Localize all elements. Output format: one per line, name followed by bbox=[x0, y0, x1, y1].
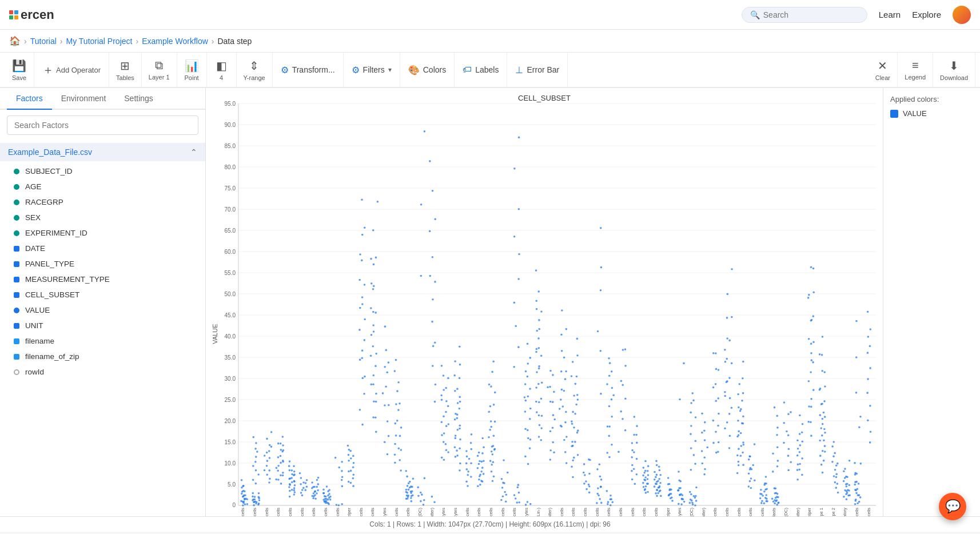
svg-point-514 bbox=[491, 445, 493, 448]
tab-factors[interactable]: Factors bbox=[7, 88, 52, 110]
breadcrumb-project[interactable]: My Tutorial Project bbox=[66, 37, 133, 46]
filters-button[interactable]: ⚙ Filters ▾ bbox=[344, 53, 400, 87]
svg-point-145 bbox=[252, 496, 254, 498]
svg-point-441 bbox=[447, 451, 449, 453]
colors-button[interactable]: 🎨 Colors bbox=[400, 53, 455, 87]
svg-point-552 bbox=[518, 137, 520, 139]
layer1-button[interactable]: ⧉ Layer 1 bbox=[142, 53, 177, 87]
search-box[interactable]: 🔍 bbox=[742, 7, 867, 23]
errorbar-button[interactable]: ⊥ Error Bar bbox=[507, 53, 568, 87]
svg-point-1041 bbox=[812, 292, 815, 294]
svg-point-265 bbox=[326, 485, 328, 488]
svg-text:Dendritic cells (Lin-): Dendritic cells (Lin-) bbox=[536, 508, 541, 516]
svg-point-264 bbox=[327, 490, 329, 492]
factor-item[interactable]: RACEGRP bbox=[0, 194, 205, 210]
clear-button[interactable]: ✕ Clear bbox=[868, 53, 898, 87]
num4-button[interactable]: ◧ 4 bbox=[207, 53, 237, 87]
factor-item[interactable]: SEX bbox=[0, 210, 205, 225]
factor-item[interactable]: MEASUREMENT_TYPE bbox=[0, 272, 205, 287]
yrange-button[interactable]: ⇕ Y-range bbox=[237, 53, 273, 87]
svg-text:Average Lymphocytes: Average Lymphocytes bbox=[382, 508, 387, 516]
factor-item[interactable]: VALUE bbox=[0, 302, 205, 318]
svg-text:T follicular regulatory: T follicular regulatory bbox=[842, 508, 847, 516]
svg-text:Average CD8+ T cells: Average CD8+ T cells bbox=[370, 508, 375, 516]
svg-point-634 bbox=[564, 378, 567, 380]
logo[interactable]: ercen bbox=[9, 7, 54, 22]
factor-item[interactable]: EXPERIMENT_ID bbox=[0, 225, 205, 241]
factor-item[interactable]: rowId bbox=[0, 364, 205, 380]
color-swatch bbox=[890, 110, 898, 118]
home-icon[interactable]: 🏠 bbox=[9, 35, 21, 46]
breadcrumb-workflow[interactable]: Example Workflow bbox=[142, 37, 208, 46]
search-input[interactable] bbox=[763, 10, 859, 19]
svg-point-1142 bbox=[869, 405, 871, 407]
svg-point-929 bbox=[738, 434, 740, 436]
explore-link[interactable]: Explore bbox=[912, 10, 941, 19]
svg-point-418 bbox=[429, 230, 431, 233]
svg-point-660 bbox=[575, 404, 577, 406]
svg-point-267 bbox=[341, 470, 343, 472]
svg-point-330 bbox=[375, 312, 377, 314]
legend-button[interactable]: ≡ Legend bbox=[898, 53, 933, 87]
factor-item[interactable]: PANEL_TYPE bbox=[0, 256, 205, 272]
svg-point-343 bbox=[388, 404, 390, 407]
labels-button[interactable]: 🏷 Labels bbox=[455, 53, 507, 87]
svg-point-1034 bbox=[808, 294, 810, 296]
svg-point-293 bbox=[361, 303, 364, 305]
svg-text:Activated Naive CD4+ T cells: Activated Naive CD4+ T cells bbox=[311, 508, 316, 516]
svg-point-1112 bbox=[843, 470, 845, 472]
chat-button[interactable]: 💬 bbox=[939, 493, 966, 520]
factor-item[interactable]: SUBJECT_ID bbox=[0, 164, 205, 179]
svg-point-1043 bbox=[810, 371, 812, 373]
factor-item[interactable]: filename bbox=[0, 333, 205, 349]
factor-item[interactable]: DATE bbox=[0, 241, 205, 256]
download-button[interactable]: ⬇ Download bbox=[933, 53, 975, 87]
svg-point-827 bbox=[681, 498, 683, 500]
svg-point-361 bbox=[399, 435, 401, 437]
chart-container[interactable]: CELL_SUBSET VALUE 0 5.0 10.0 15.0 20.0 bbox=[206, 88, 883, 516]
svg-point-567 bbox=[524, 456, 527, 458]
tab-environment[interactable]: Environment bbox=[52, 88, 115, 110]
svg-point-466 bbox=[459, 408, 461, 410]
svg-point-353 bbox=[394, 461, 396, 464]
point-button[interactable]: 📊 Point bbox=[177, 53, 207, 87]
svg-point-414 bbox=[431, 256, 433, 258]
svg-point-390 bbox=[408, 482, 410, 484]
svg-point-328 bbox=[375, 416, 377, 419]
factor-dot bbox=[14, 292, 19, 298]
svg-point-1091 bbox=[831, 461, 834, 463]
tables-button[interactable]: ⊞ Tables bbox=[109, 53, 142, 87]
factor-label: filename bbox=[25, 337, 54, 345]
breadcrumb-tutorial[interactable]: Tutorial bbox=[30, 37, 57, 46]
svg-point-471 bbox=[459, 364, 461, 366]
file-header[interactable]: Example_Data_File.csv ⌃ bbox=[0, 143, 205, 161]
factor-item[interactable]: UNIT bbox=[0, 318, 205, 333]
svg-point-771 bbox=[647, 474, 650, 476]
search-factors-input[interactable] bbox=[7, 115, 198, 135]
svg-point-948 bbox=[748, 459, 750, 461]
svg-point-268 bbox=[341, 461, 343, 463]
factor-item[interactable]: CELL_SUBSET bbox=[0, 287, 205, 302]
svg-point-384 bbox=[410, 497, 412, 499]
svg-point-770 bbox=[647, 483, 649, 485]
svg-point-157 bbox=[266, 452, 268, 454]
svg-point-512 bbox=[492, 480, 494, 482]
learn-link[interactable]: Learn bbox=[879, 10, 901, 19]
svg-point-940 bbox=[750, 477, 752, 480]
svg-point-506 bbox=[479, 475, 481, 477]
tab-settings[interactable]: Settings bbox=[115, 88, 162, 110]
svg-point-317 bbox=[372, 416, 375, 419]
svg-point-467 bbox=[459, 377, 461, 379]
svg-point-205 bbox=[289, 460, 291, 463]
add-operator-button[interactable]: ＋ Add Operator bbox=[34, 53, 109, 87]
svg-point-352 bbox=[384, 325, 387, 328]
avatar[interactable] bbox=[953, 6, 971, 24]
svg-point-323 bbox=[370, 307, 372, 309]
svg-point-645 bbox=[561, 350, 563, 352]
factor-item[interactable]: filename_of_zip bbox=[0, 349, 205, 364]
factor-dot bbox=[14, 277, 19, 282]
save-button[interactable]: 💾 Save bbox=[5, 53, 34, 87]
transform-button[interactable]: ⚙ Transform... bbox=[273, 53, 344, 87]
svg-point-868 bbox=[701, 450, 703, 452]
factor-item[interactable]: AGE bbox=[0, 179, 205, 194]
